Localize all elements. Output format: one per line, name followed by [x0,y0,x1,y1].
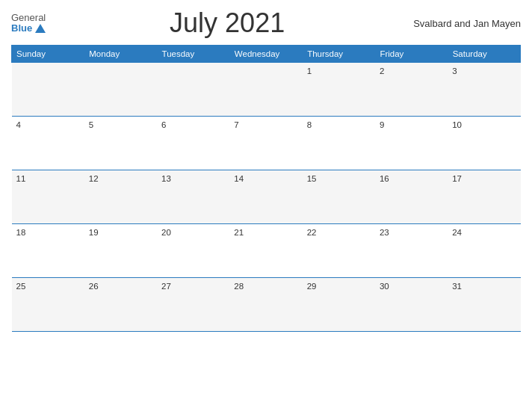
calendar-week-row: 18192021222324 [12,224,521,278]
day-number: 15 [307,174,317,183]
day-number: 17 [452,174,462,183]
calendar-day-cell: 20 [157,224,229,278]
calendar-day-cell: 8 [303,117,375,170]
calendar-day-cell: 3 [448,63,520,117]
logo-blue-text: Blue [11,23,46,34]
calendar-day-cell [84,63,157,117]
day-number: 21 [234,228,244,237]
calendar-day-cell: 9 [375,117,448,170]
calendar-day-cell: 26 [84,278,157,332]
calendar-day-cell: 1 [303,63,375,117]
logo-triangle-icon [35,24,46,33]
day-number: 4 [16,120,21,129]
calendar-day-cell [157,63,229,117]
day-number: 31 [452,282,462,291]
calendar-day-cell: 29 [303,278,375,332]
calendar-day-cell: 6 [157,117,229,170]
region-label: Svalbard and Jan Mayen [409,18,521,29]
day-number: 19 [89,228,99,237]
day-number: 7 [234,120,238,129]
day-number: 18 [16,228,26,237]
calendar-week-row: 25262728293031 [12,278,521,332]
day-number: 28 [234,282,244,291]
day-number: 12 [89,174,99,183]
calendar-grid: Sunday Monday Tuesday Wednesday Thursday… [11,45,521,332]
calendar-day-cell: 22 [303,224,375,278]
calendar-day-cell: 18 [12,224,84,278]
weekday-header-row: Sunday Monday Tuesday Wednesday Thursday… [12,46,521,63]
header-tuesday: Tuesday [157,46,229,63]
header-monday: Monday [84,46,157,63]
calendar-day-cell: 11 [12,170,84,224]
day-number: 29 [307,282,317,291]
header-thursday: Thursday [303,46,375,63]
calendar-day-cell [12,63,84,117]
calendar-day-cell: 27 [157,278,229,332]
day-number: 22 [307,228,317,237]
calendar-day-cell: 23 [375,224,448,278]
calendar-day-cell: 16 [375,170,448,224]
day-number: 23 [380,228,389,237]
calendar-container: General Blue July 2021 Svalbard and Jan … [0,0,532,411]
logo-general-text: General [11,13,46,23]
day-number: 3 [452,67,457,75]
calendar-week-row: 123 [12,63,521,117]
calendar-header: General Blue July 2021 Svalbard and Jan … [11,7,521,39]
day-number: 10 [452,120,462,129]
day-number: 14 [234,174,244,183]
header-wednesday: Wednesday [229,46,302,63]
day-number: 27 [161,282,171,291]
day-number: 16 [380,174,389,183]
calendar-day-cell: 28 [229,278,302,332]
calendar-day-cell: 2 [375,63,448,117]
day-number: 30 [380,282,389,291]
day-number: 25 [16,282,26,291]
calendar-day-cell: 7 [229,117,302,170]
logo: General Blue [11,13,46,34]
day-number: 13 [161,174,171,183]
calendar-day-cell: 24 [448,224,520,278]
calendar-day-cell: 30 [375,278,448,332]
day-number: 26 [89,282,99,291]
calendar-day-cell: 17 [448,170,520,224]
calendar-day-cell: 15 [303,170,375,224]
calendar-day-cell: 14 [229,170,302,224]
calendar-day-cell: 21 [229,224,302,278]
header-sunday: Sunday [12,46,84,63]
day-number: 2 [380,67,384,75]
day-number: 20 [161,228,171,237]
calendar-week-row: 11121314151617 [12,170,521,224]
month-title: July 2021 [46,7,409,39]
day-number: 5 [89,120,93,129]
calendar-day-cell: 12 [84,170,157,224]
calendar-day-cell: 5 [84,117,157,170]
header-saturday: Saturday [448,46,520,63]
calendar-day-cell: 19 [84,224,157,278]
calendar-day-cell: 31 [448,278,520,332]
calendar-day-cell: 4 [12,117,84,170]
day-number: 1 [307,67,312,75]
calendar-day-cell [229,63,302,117]
day-number: 11 [16,174,26,183]
day-number: 9 [380,120,384,129]
calendar-day-cell: 13 [157,170,229,224]
calendar-day-cell: 10 [448,117,520,170]
calendar-day-cell: 25 [12,278,84,332]
calendar-week-row: 45678910 [12,117,521,170]
day-number: 24 [452,228,462,237]
day-number: 6 [161,120,166,129]
header-friday: Friday [375,46,448,63]
day-number: 8 [307,120,312,129]
